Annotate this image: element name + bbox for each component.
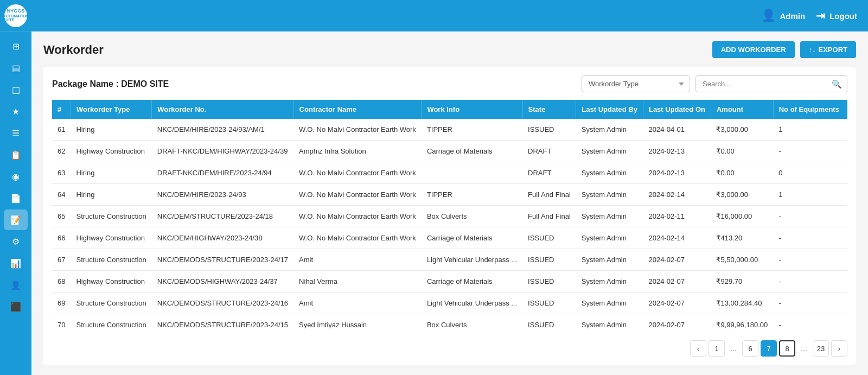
search-input[interactable] [695, 75, 847, 92]
pagination-page-7[interactable]: 7 [761, 340, 777, 357]
cell-last-updated-on: 2024-02-07 [643, 249, 711, 271]
cell-actions: 🖨 👁 [845, 119, 847, 141]
cell-id: 68 [52, 271, 71, 293]
cell-work-info: Box Culverts [422, 314, 522, 329]
sidebar-item-chart[interactable]: ▤ [4, 58, 28, 78]
cell-no-equipments: - [773, 271, 845, 293]
cell-no-equipments: - [773, 141, 845, 162]
cell-work-info: Box Culverts [422, 206, 522, 227]
add-workorder-button[interactable]: ADD WORKORDER [712, 41, 795, 58]
cell-contractor-name: Amphiz Infra Solution [293, 141, 422, 162]
cell-workorder-type: Structure Construction [71, 314, 151, 329]
cell-workorder-no: DRAFT-NKC/DEM/HIGHWAY/2023-24/39 [152, 141, 293, 162]
sidebar-item-doc[interactable]: 📄 [4, 188, 28, 208]
col-workorder-no: Workorder No. [152, 100, 293, 119]
sidebar-item-settings[interactable]: ⚙ [4, 231, 28, 252]
cell-last-updated-by: System Admin [576, 162, 643, 184]
sidebar: NYGGS AUTOMATIONSUITE ⊞ ▤ ◫ ★ ☰ 📋 ◉ 📄 📝 … [0, 0, 31, 375]
cell-amount: ₹3,000.00 [711, 119, 773, 141]
cell-amount: ₹9,99,96,180.00 [711, 314, 773, 329]
col-state: State [522, 100, 576, 119]
sidebar-item-coin[interactable]: ◉ [4, 166, 28, 187]
cell-last-updated-by: System Admin [576, 293, 643, 314]
logo-text-nyggs: NYGGS [7, 9, 25, 14]
cell-amount: ₹16,000.00 [711, 206, 773, 227]
cell-no-equipments: - [773, 293, 845, 314]
cell-amount: ₹3,000.00 [711, 184, 773, 206]
cell-contractor-name: Amit [293, 249, 422, 271]
pagination-page-8[interactable]: 8 [779, 340, 795, 357]
cell-workorder-type: Highway Construction [71, 227, 151, 249]
header-buttons: ADD WORKORDER ↑↓ EXPORT [712, 41, 856, 58]
cell-state: DRAFT [522, 141, 576, 162]
cell-last-updated-by: System Admin [576, 314, 643, 329]
cell-last-updated-by: System Admin [576, 227, 643, 249]
col-last-updated-on: Last Updated On [643, 100, 711, 119]
sidebar-item-star[interactable]: ★ [4, 101, 28, 122]
cell-last-updated-on: 2024-02-07 [643, 314, 711, 329]
col-amount: Amount [711, 100, 773, 119]
top-header: 👤 Admin ⇥ Logout [31, 0, 868, 31]
pagination-page-23[interactable]: 23 [813, 340, 829, 357]
pagination-page-6[interactable]: 6 [742, 340, 758, 357]
cell-id: 61 [52, 119, 71, 141]
cell-state: ISSUED [522, 119, 576, 141]
cell-last-updated-by: System Admin [576, 119, 643, 141]
cell-id: 64 [52, 184, 71, 206]
sidebar-item-report[interactable]: 📊 [4, 253, 28, 274]
pagination-page-1[interactable]: 1 [709, 340, 725, 357]
sidebar-nav: ⊞ ▤ ◫ ★ ☰ 📋 ◉ 📄 📝 ⚙ 📊 👤 ⬛ [0, 31, 31, 317]
pagination: ‹ 1 ... 6 7 8 ... 23 › [52, 336, 847, 357]
cell-work-info: Carriage of Materials [422, 271, 522, 293]
cell-last-updated-on: 2024-02-13 [643, 141, 711, 162]
package-header: Package Name : DEMO SITE Workorder Type … [52, 75, 847, 92]
cell-workorder-no: NKC/DEMODS/HIGHWAY/2023-24/37 [152, 271, 293, 293]
table-row: 64HiringNKC/DEM/HIRE/2023-24/93W.O. No M… [52, 184, 847, 206]
logo-text-suite: AUTOMATIONSUITE [3, 14, 29, 22]
sidebar-item-grid[interactable]: ⊞ [4, 36, 28, 56]
cell-workorder-type: Highway Construction [71, 271, 151, 293]
sidebar-item-clipboard[interactable]: 📋 [4, 144, 28, 165]
col-no-equipments: No of Equipments [773, 100, 845, 119]
sidebar-item-workorder[interactable]: 📝 [4, 209, 28, 230]
sidebar-item-logout[interactable]: ⬛ [4, 296, 28, 317]
col-actions: Actions [845, 100, 847, 119]
table-row: 66Highway ConstructionNKC/DEM/HIGHWAY/20… [52, 227, 847, 249]
cell-last-updated-on: 2024-02-14 [643, 184, 711, 206]
search-container: 🔍 [695, 75, 847, 92]
table-row: 67Structure ConstructionNKC/DEMODS/STRUC… [52, 249, 847, 271]
user-icon: 👤 [761, 9, 776, 23]
cell-state: ISSUED [522, 271, 576, 293]
col-work-info: Work Info [422, 100, 522, 119]
cell-contractor-name: Syed Imtiyaz Hussain [293, 314, 422, 329]
export-icon: ↑↓ [809, 46, 816, 54]
cell-work-info: Light Vehicular Underpass ... [422, 293, 522, 314]
cell-contractor-name: W.O. No Malvi Contractor Earth Work [293, 227, 422, 249]
sidebar-item-list[interactable]: ☰ [4, 123, 28, 143]
pagination-next[interactable]: › [831, 340, 847, 357]
cell-actions: 🖨 👁 [845, 184, 847, 206]
cell-work-info: Carriage of Materials [422, 227, 522, 249]
logo: NYGGS AUTOMATIONSUITE [0, 0, 31, 31]
col-contractor-name: Contractor Name [293, 100, 422, 119]
logout-button[interactable]: ⇥ Logout [816, 9, 857, 22]
sidebar-item-user[interactable]: 👤 [4, 275, 28, 295]
cell-last-updated-by: System Admin [576, 141, 643, 162]
col-workorder-type: Workorder Type [71, 100, 151, 119]
table-row: 70Structure ConstructionNKC/DEMODS/STRUC… [52, 314, 847, 329]
table-row: 63HiringDRAFT-NKC/DEM/HIRE/2023-24/94W.O… [52, 162, 847, 184]
table-row: 65Structure ConstructionNKC/DEM/STRUCTUR… [52, 206, 847, 227]
sidebar-item-dashboard[interactable]: ◫ [4, 79, 28, 100]
export-button[interactable]: ↑↓ EXPORT [800, 41, 856, 58]
cell-state: ISSUED [522, 314, 576, 329]
cell-last-updated-on: 2024-02-11 [643, 206, 711, 227]
cell-id: 66 [52, 227, 71, 249]
cell-id: 70 [52, 314, 71, 329]
cell-actions: 🖨 👁 [845, 206, 847, 227]
cell-workorder-type: Highway Construction [71, 141, 151, 162]
pagination-prev[interactable]: ‹ [690, 340, 706, 357]
logo-circle: NYGGS AUTOMATIONSUITE [4, 4, 27, 27]
cell-workorder-type: Structure Construction [71, 206, 151, 227]
cell-last-updated-on: 2024-02-13 [643, 162, 711, 184]
workorder-type-select[interactable]: Workorder Type [582, 75, 690, 92]
